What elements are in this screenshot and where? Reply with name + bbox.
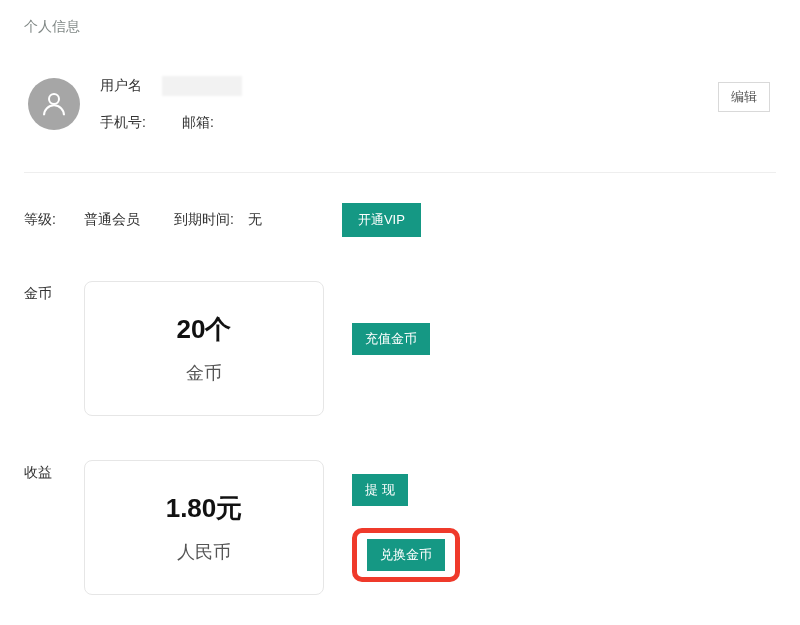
earnings-card: 1.80元 人民币 <box>84 460 324 595</box>
exchange-coins-button[interactable]: 兑换金币 <box>367 539 445 571</box>
avatar <box>28 78 80 130</box>
profile-section: 用户名 手机号: 邮箱: 编辑 <box>24 46 776 173</box>
coins-unit: 金币 <box>85 361 323 385</box>
earnings-amount: 1.80元 <box>85 491 323 526</box>
coins-amount: 20个 <box>85 312 323 347</box>
coins-label: 金币 <box>24 281 84 303</box>
svg-point-0 <box>49 94 59 104</box>
recharge-coins-button[interactable]: 充值金币 <box>352 323 430 355</box>
page-title: 个人信息 <box>0 0 800 46</box>
level-label: 等级: <box>24 211 84 229</box>
coins-actions: 充值金币 <box>352 281 430 355</box>
contact-line: 手机号: 邮箱: <box>100 114 776 132</box>
open-vip-button[interactable]: 开通VIP <box>342 203 421 237</box>
username-label: 用户名 <box>100 77 148 95</box>
email-label: 邮箱: <box>182 114 214 132</box>
withdraw-button[interactable]: 提 现 <box>352 474 408 506</box>
coins-section: 金币 20个 金币 充值金币 <box>24 243 776 416</box>
username-redacted <box>162 76 242 96</box>
exchange-highlight: 兑换金币 <box>352 528 460 582</box>
level-section: 等级: 普通会员 到期时间: 无 开通VIP <box>24 173 776 243</box>
expire-value: 无 <box>248 211 262 229</box>
earnings-section: 收益 1.80元 人民币 提 现 兑换金币 <box>24 416 776 595</box>
earnings-label: 收益 <box>24 460 84 482</box>
earnings-actions: 提 现 兑换金币 <box>352 460 460 582</box>
profile-info: 用户名 手机号: 邮箱: <box>100 74 776 150</box>
earnings-unit: 人民币 <box>85 540 323 564</box>
phone-label: 手机号: <box>100 114 146 132</box>
expire-label: 到期时间: <box>174 211 234 229</box>
username-line: 用户名 <box>100 76 776 96</box>
user-icon <box>39 89 69 119</box>
edit-button[interactable]: 编辑 <box>718 82 770 112</box>
level-value: 普通会员 <box>84 211 140 229</box>
coins-card: 20个 金币 <box>84 281 324 416</box>
